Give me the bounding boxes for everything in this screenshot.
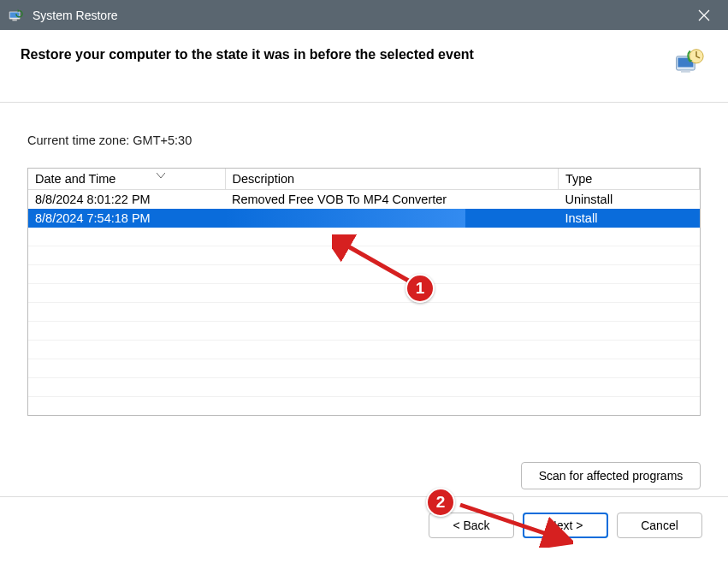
table-row-empty — [28, 284, 700, 303]
sort-descending-icon — [157, 170, 165, 180]
window-title: System Restore — [33, 9, 687, 22]
cell-datetime: 8/8/2024 7:54:18 PM — [28, 209, 225, 228]
column-type[interactable]: Type — [559, 169, 700, 190]
restore-large-icon — [673, 47, 704, 78]
cell-type: Install — [559, 209, 700, 228]
table-header-row: Date and Time Description Type — [28, 169, 700, 190]
table-row-empty — [28, 246, 700, 265]
scan-affected-programs-button[interactable]: Scan for affected programs — [521, 462, 701, 489]
column-datetime[interactable]: Date and Time — [28, 169, 225, 190]
cell-type: Uninstall — [559, 190, 700, 209]
column-datetime-label: Date and Time — [35, 172, 115, 186]
table-row-empty — [28, 322, 700, 341]
restore-points-table[interactable]: Date and Time Description Type 8/8/2024 … — [27, 168, 701, 416]
next-button[interactable]: Next > — [523, 513, 608, 538]
table-row[interactable]: 8/8/2024 7:54:18 PM Install — [28, 209, 700, 228]
table-row-empty — [28, 265, 700, 284]
table-row[interactable]: 8/8/2024 8:01:22 PM Removed Free VOB To … — [28, 190, 700, 209]
titlebar: System Restore — [0, 0, 728, 30]
svg-rect-2 — [12, 19, 16, 21]
wizard-header: Restore your computer to the state it wa… — [0, 30, 728, 103]
cell-description — [225, 209, 559, 228]
svg-rect-5 — [681, 70, 690, 73]
table-row-empty — [28, 359, 700, 378]
column-description[interactable]: Description — [225, 169, 559, 190]
cell-datetime: 8/8/2024 8:01:22 PM — [28, 190, 225, 209]
table-row-empty — [28, 303, 700, 322]
page-title: Restore your computer to the state it wa… — [21, 47, 663, 62]
table-row-empty — [28, 341, 700, 359]
timezone-label: Current time zone: GMT+5:30 — [27, 133, 701, 147]
close-icon[interactable] — [687, 0, 721, 30]
content-area: Current time zone: GMT+5:30 Date and Tim… — [0, 103, 728, 430]
system-restore-icon — [7, 7, 24, 24]
wizard-footer: < Back Next > Cancel — [0, 496, 728, 554]
table-row-empty — [28, 228, 700, 246]
back-button[interactable]: < Back — [429, 513, 514, 538]
table-row-empty — [28, 378, 700, 397]
scan-button-row: Scan for affected programs — [0, 430, 728, 496]
cell-description: Removed Free VOB To MP4 Converter — [225, 190, 559, 209]
cancel-button[interactable]: Cancel — [617, 513, 702, 538]
